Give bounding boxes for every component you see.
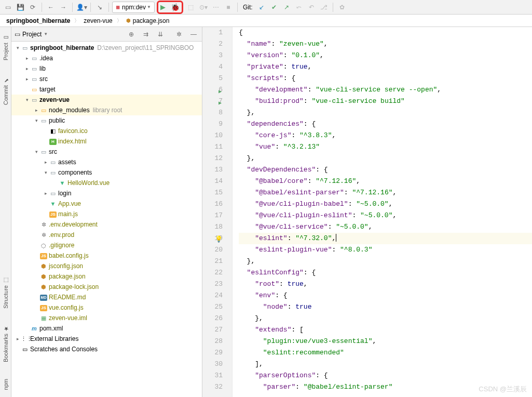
tab-npm[interactable]: npm bbox=[3, 376, 9, 393]
line-number[interactable]: 21 bbox=[202, 256, 223, 267]
tree-arrow-icon[interactable]: ▸ bbox=[24, 66, 30, 71]
line-number[interactable]: 30 bbox=[202, 359, 223, 370]
open-icon[interactable]: ▭ bbox=[2, 2, 13, 13]
line-number[interactable]: 13 bbox=[202, 164, 223, 176]
git-branch-icon[interactable]: ⎇ bbox=[318, 2, 330, 13]
code-line[interactable]: "name": "zeven-vue", bbox=[239, 38, 532, 50]
line-number[interactable]: 6▶ bbox=[202, 84, 223, 96]
code-line[interactable]: "plugin:vue/vue3-essential", bbox=[239, 336, 532, 347]
code-line[interactable]: "node": true bbox=[239, 301, 532, 313]
tree-row[interactable]: ▾▭public bbox=[11, 115, 202, 126]
code-line[interactable]: "devDependencies": { bbox=[239, 164, 532, 176]
code-line[interactable]: "vue": "^3.2.13" bbox=[239, 141, 532, 153]
tree-arrow-icon[interactable]: ▸ bbox=[43, 191, 49, 196]
code-line[interactable]: "env": { bbox=[239, 290, 532, 301]
code-line[interactable]: "scripts": { bbox=[239, 73, 532, 84]
tree-row[interactable]: JSmain.js bbox=[11, 209, 202, 219]
profile-icon[interactable]: ⊙▾ bbox=[198, 2, 209, 13]
hide-icon[interactable]: — bbox=[188, 31, 199, 38]
line-number[interactable]: 32 bbox=[202, 381, 223, 393]
back-icon[interactable]: ← bbox=[45, 2, 57, 13]
tree-arrow-icon[interactable]: ▸ bbox=[43, 160, 49, 165]
code-line[interactable]: }, bbox=[239, 313, 532, 324]
line-number[interactable]: 25 bbox=[202, 301, 223, 313]
tree-arrow-icon[interactable]: ▾ bbox=[33, 149, 39, 154]
plugin-icon[interactable]: ✿ bbox=[336, 2, 348, 13]
code-line[interactable]: "root": true, bbox=[239, 279, 532, 290]
tree-row[interactable]: ▾▭components bbox=[11, 167, 202, 178]
code-line[interactable]: }, bbox=[239, 107, 532, 118]
git-undo-icon[interactable]: ↶ bbox=[306, 2, 317, 13]
tree-row[interactable]: ▼App.vue bbox=[11, 198, 202, 209]
breadcrumb-folder[interactable]: zeven-vue bbox=[81, 16, 114, 25]
tree-arrow-icon[interactable]: ▸ bbox=[24, 76, 30, 82]
breadcrumb-file[interactable]: ⬢ package.json bbox=[124, 16, 172, 25]
line-number[interactable]: 3 bbox=[202, 50, 223, 61]
tree-row[interactable]: ▸▭node_moduleslibrary root bbox=[11, 105, 202, 115]
line-number[interactable]: 10 bbox=[202, 130, 223, 141]
tree-row[interactable]: ⬢package-lock.json bbox=[11, 282, 202, 292]
line-number[interactable]: 16 bbox=[202, 198, 223, 210]
bulb-icon[interactable]: 💡 bbox=[215, 234, 223, 245]
editor-gutter[interactable]: 123456▶7▶8910111213141516171819💡20212223… bbox=[202, 27, 233, 397]
code-line[interactable]: "development": "vue-cli-service serve --… bbox=[239, 84, 532, 96]
refresh-icon[interactable]: ⟳ bbox=[27, 2, 38, 13]
tree-row[interactable]: ◧favicon.ico bbox=[11, 126, 202, 136]
collapse-all-icon[interactable]: ⇊ bbox=[155, 31, 166, 38]
git-update-icon[interactable]: ↙ bbox=[256, 2, 267, 13]
line-number[interactable]: 22 bbox=[202, 267, 223, 279]
tree-arrow-icon[interactable]: ▾ bbox=[24, 97, 30, 102]
line-number[interactable]: 27 bbox=[202, 324, 223, 336]
forward-icon[interactable]: → bbox=[58, 2, 69, 13]
tree-row[interactable]: ▸▭.idea bbox=[11, 53, 202, 63]
tree-arrow-icon[interactable]: ▸ bbox=[33, 108, 39, 113]
tree-row[interactable]: JSbabel.config.js bbox=[11, 250, 202, 261]
line-number[interactable]: 2 bbox=[202, 38, 223, 50]
code-line[interactable]: "build:prod": "vue-cli-service build" bbox=[239, 96, 532, 107]
line-number[interactable]: 14 bbox=[202, 176, 223, 187]
line-number[interactable]: 4 bbox=[202, 61, 223, 73]
tree-row[interactable]: ✲.env.development bbox=[11, 219, 202, 230]
line-number[interactable]: 19💡 bbox=[202, 233, 223, 244]
tree-row[interactable]: Hindex.html bbox=[11, 136, 202, 147]
tree-row[interactable]: ▭Scratches and Consoles bbox=[11, 344, 202, 354]
code-line[interactable]: "eslint-plugin-vue": "^8.0.3" bbox=[239, 244, 532, 256]
tree-arrow-icon[interactable]: ▾ bbox=[15, 45, 21, 50]
line-number[interactable]: 24 bbox=[202, 290, 223, 301]
tree-row[interactable]: MDREADME.md bbox=[11, 292, 202, 302]
save-icon[interactable]: 💾 bbox=[15, 2, 26, 13]
line-number[interactable]: 18 bbox=[202, 221, 223, 233]
tab-bookmarks[interactable]: Bookmarks ★ bbox=[2, 322, 9, 365]
tree-row[interactable]: ▸▭lib bbox=[11, 63, 202, 74]
code-line[interactable]: "eslint:recommended" bbox=[239, 347, 532, 359]
tab-project[interactable]: Project ▭ bbox=[2, 31, 9, 63]
code-line[interactable]: "extends": [ bbox=[239, 324, 532, 336]
tree-row[interactable]: ▾▭src bbox=[11, 147, 202, 157]
code-line[interactable]: { bbox=[239, 27, 532, 38]
code-line[interactable]: "@vue/cli-plugin-eslint": "~5.0.0", bbox=[239, 210, 532, 221]
run-icon[interactable]: ▶ bbox=[160, 3, 166, 11]
line-number[interactable]: 31 bbox=[202, 370, 223, 381]
git-history-icon[interactable]: ⤺ bbox=[293, 2, 305, 13]
code-line[interactable]: "private": true, bbox=[239, 61, 532, 73]
project-view-selector[interactable]: ▭ Project ▼ bbox=[15, 31, 48, 38]
line-number[interactable]: 11 bbox=[202, 141, 223, 153]
editor-code-area[interactable]: { "name": "zeven-vue", "version": "0.1.0… bbox=[233, 27, 532, 397]
tree-row[interactable]: JSvue.config.js bbox=[11, 302, 202, 313]
project-tree[interactable]: ▾▭springboot_hibernateD:\zeven_project\1… bbox=[11, 42, 202, 397]
code-line[interactable]: "dependencies": { bbox=[239, 118, 532, 130]
build-icon[interactable]: ↘ bbox=[94, 2, 105, 13]
line-number[interactable]: 8 bbox=[202, 107, 223, 118]
tree-row[interactable]: ▸▭login bbox=[11, 188, 202, 198]
code-line[interactable]: "@vue/cli-plugin-babel": "~5.0.0", bbox=[239, 198, 532, 210]
tree-row[interactable]: ▾▭zeven-vue bbox=[11, 95, 202, 105]
line-number[interactable]: 9 bbox=[202, 118, 223, 130]
run-config-selector[interactable]: ◼ npm:dev ▼ bbox=[112, 2, 155, 13]
line-number[interactable]: 23 bbox=[202, 279, 223, 290]
line-number[interactable]: 12 bbox=[202, 153, 223, 164]
tree-row[interactable]: ✲.env.prod bbox=[11, 230, 202, 240]
tree-row[interactable]: mpom.xml bbox=[11, 323, 202, 334]
code-line[interactable]: "@babel/core": "^7.12.16", bbox=[239, 176, 532, 187]
tree-arrow-icon[interactable]: ▾ bbox=[33, 118, 39, 123]
breadcrumb-root[interactable]: springboot_hibernate bbox=[4, 16, 72, 25]
